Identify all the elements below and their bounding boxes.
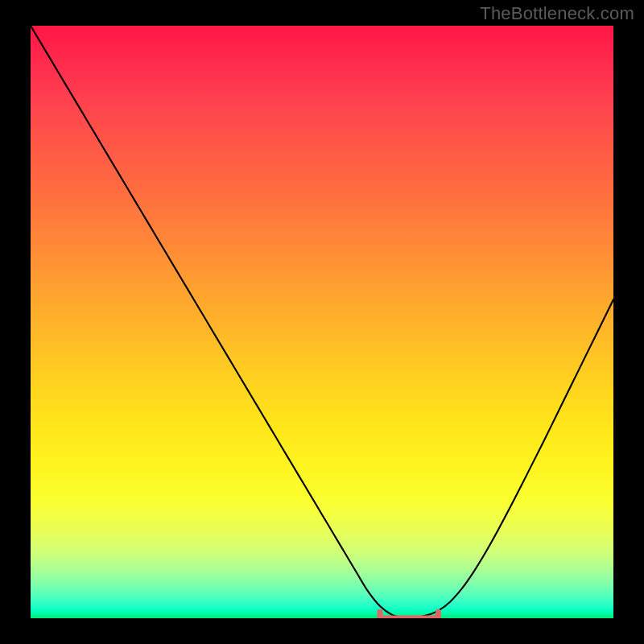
bottleneck-curve xyxy=(31,26,613,618)
outer-frame: TheBottleneck.com xyxy=(0,0,644,644)
optimal-range-marker xyxy=(374,609,444,618)
plot-area xyxy=(31,26,613,618)
watermark-text: TheBottleneck.com xyxy=(480,3,634,24)
